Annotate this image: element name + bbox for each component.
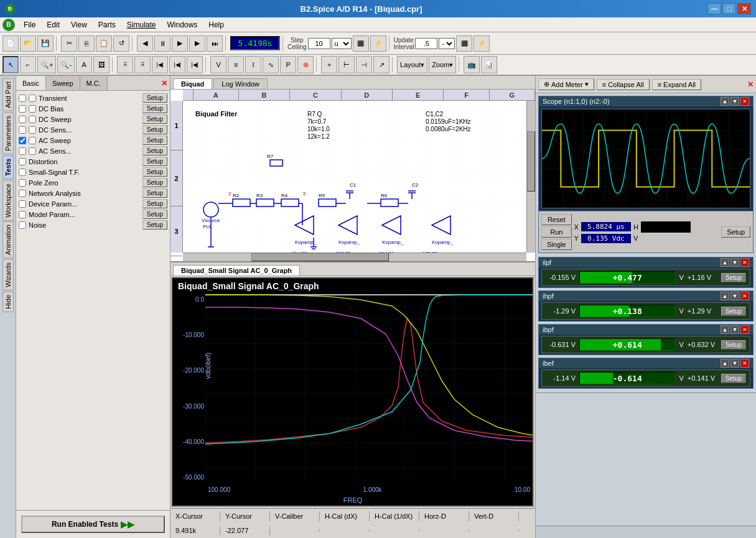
- maximize-button[interactable]: □: [722, 3, 736, 14]
- meter-ibef-setup[interactable]: Setup: [721, 374, 746, 383]
- sstf-setup[interactable]: Setup: [142, 167, 167, 177]
- meter-ihpf-down[interactable]: ▼: [730, 292, 739, 300]
- layout-dropdown[interactable]: Layout▾: [397, 56, 427, 73]
- acsweep-cb1[interactable]: [19, 137, 26, 144]
- acsweep-cb2[interactable]: [29, 137, 36, 144]
- pause-button[interactable]: ⏸: [154, 35, 170, 52]
- marker-btn[interactable]: ⊕: [297, 56, 314, 73]
- tab-log-window[interactable]: Log Window: [213, 78, 268, 89]
- tab-graph[interactable]: Biquad_Small Signal AC_0_Graph: [173, 265, 300, 276]
- undo-button[interactable]: ↺: [113, 35, 129, 52]
- meter-ibpf-down[interactable]: ▼: [730, 325, 739, 334]
- acsens-cb2[interactable]: [29, 147, 36, 155]
- transient-cb2[interactable]: [29, 95, 36, 102]
- copy-button[interactable]: ⎘: [78, 35, 95, 52]
- tab-sweep[interactable]: Sweep: [46, 76, 80, 90]
- menu-file[interactable]: File: [19, 19, 40, 30]
- image-tool[interactable]: 🖼: [93, 56, 110, 73]
- meter-ihpf-setup[interactable]: Setup: [721, 307, 746, 316]
- polezero-setup[interactable]: Setup: [142, 178, 167, 187]
- interval-arrows[interactable]: ⬛: [456, 35, 472, 52]
- interval-value-input[interactable]: [415, 38, 437, 49]
- scope-setup-button[interactable]: Setup: [721, 226, 750, 238]
- volt-btn[interactable]: V: [210, 56, 226, 73]
- sstf-cb[interactable]: [19, 169, 26, 176]
- select-tool[interactable]: ↖: [2, 56, 19, 73]
- tab-mc[interactable]: M.C.: [80, 76, 108, 90]
- meter-ihpf-up[interactable]: ▲: [721, 292, 729, 300]
- step-button[interactable]: ▶: [172, 35, 188, 52]
- step-icon[interactable]: ⚡: [370, 35, 386, 52]
- prev-button[interactable]: ◀: [137, 35, 153, 52]
- minimize-button[interactable]: —: [707, 3, 721, 14]
- scope-x-color-input[interactable]: [641, 221, 691, 233]
- transient-cb1[interactable]: [19, 95, 26, 102]
- dcbias-cb1[interactable]: [19, 105, 26, 113]
- meter-ibef-down[interactable]: ▼: [730, 359, 739, 368]
- v-scroll-thumb[interactable]: [527, 131, 535, 192]
- dcbias-setup[interactable]: Setup: [142, 104, 167, 113]
- dcsweep-setup[interactable]: Setup: [142, 114, 167, 124]
- meter-ibpf-close[interactable]: ✕: [740, 325, 749, 334]
- meter-ibpf-up[interactable]: ▲: [721, 325, 729, 334]
- dcsweep-cb2[interactable]: [29, 116, 36, 123]
- zoom-in-btn[interactable]: 🔍+: [37, 56, 56, 73]
- h-scroll-thumb[interactable]: [251, 253, 389, 261]
- dcsens-cb2[interactable]: [29, 126, 36, 134]
- split-btn[interactable]: ⊣: [356, 56, 372, 73]
- tests-panel-close[interactable]: ✕: [161, 79, 167, 88]
- dcsens-cb1[interactable]: [19, 126, 26, 134]
- close-button[interactable]: ✕: [737, 3, 751, 14]
- new-button[interactable]: 📄: [2, 35, 19, 52]
- sim-btn[interactable]: 📊: [481, 56, 497, 73]
- modparam-setup[interactable]: Setup: [142, 210, 167, 219]
- scope-arrow-up[interactable]: ▲: [721, 97, 729, 106]
- step-unit-select[interactable]: umn: [332, 38, 352, 49]
- schematic-content[interactable]: Biquad Filter R7 Q 7k=0.7 10k=1.0 12k=1.…: [183, 101, 526, 253]
- sidebar-tab-wizards[interactable]: Wizards: [2, 259, 14, 290]
- scope-arrow-down[interactable]: ▼: [730, 97, 739, 106]
- noise-setup[interactable]: Setup: [142, 220, 167, 230]
- add-btn[interactable]: +: [321, 56, 337, 73]
- interval-icon[interactable]: ⚡: [474, 35, 490, 52]
- wave-btn[interactable]: ∿: [263, 56, 279, 73]
- grid2-btn[interactable]: ⠿: [134, 56, 151, 73]
- zoom-out-btn[interactable]: 🔍-: [57, 56, 75, 73]
- snap3-btn[interactable]: |◀|: [187, 56, 203, 73]
- power-btn[interactable]: P: [280, 56, 296, 73]
- scope-single-button[interactable]: Single: [541, 239, 572, 250]
- scope-reset-button[interactable]: Reset: [541, 214, 572, 225]
- meter-ihpf-close[interactable]: ✕: [740, 292, 749, 300]
- snap-btn[interactable]: |◀|: [152, 56, 168, 73]
- acsens-setup[interactable]: Setup: [142, 146, 167, 155]
- scope-run-button[interactable]: Run: [541, 226, 572, 238]
- sidebar-tab-hide[interactable]: Hide: [2, 292, 14, 312]
- run-enabled-tests-button[interactable]: Run Enabled Tests ▶▶: [21, 516, 165, 533]
- sidebar-tab-add-part[interactable]: Add Part: [2, 78, 14, 111]
- meter-ilpf-setup[interactable]: Setup: [721, 273, 746, 282]
- polezero-cb[interactable]: [19, 179, 26, 187]
- scope-close[interactable]: ✕: [740, 97, 749, 106]
- dcsweep-cb1[interactable]: [19, 116, 26, 123]
- scope-btn[interactable]: 📺: [464, 56, 480, 73]
- netanalysis-cb[interactable]: [19, 190, 26, 197]
- add-meter-button[interactable]: ⊕ Add Meter ▾: [538, 78, 594, 90]
- schematic-vscroll[interactable]: [526, 101, 535, 253]
- menu-simulate[interactable]: Simulate: [122, 19, 161, 30]
- menu-view[interactable]: View: [66, 19, 92, 30]
- expand-all-button[interactable]: ≡ Expand All: [652, 79, 701, 90]
- graph-plot[interactable]: vdb(ibef): [205, 294, 533, 483]
- curr-btn[interactable]: ≡: [228, 56, 244, 73]
- menu-parts[interactable]: Parts: [93, 19, 121, 30]
- dcsens-setup[interactable]: Setup: [142, 125, 167, 134]
- snap2-btn[interactable]: |◀|: [169, 56, 185, 73]
- step-arrows[interactable]: ⬛: [353, 35, 369, 52]
- noise-cb[interactable]: [19, 221, 26, 229]
- paste-button[interactable]: 📋: [96, 35, 112, 52]
- sidebar-tab-tests[interactable]: Tests: [2, 155, 14, 179]
- meter-ilpf-down[interactable]: ▼: [730, 258, 739, 267]
- modparam-cb[interactable]: [19, 211, 26, 218]
- interval-unit-select[interactable]: -: [439, 38, 455, 49]
- connect-btn[interactable]: ⊢: [338, 56, 355, 73]
- open-button[interactable]: 📂: [20, 35, 36, 52]
